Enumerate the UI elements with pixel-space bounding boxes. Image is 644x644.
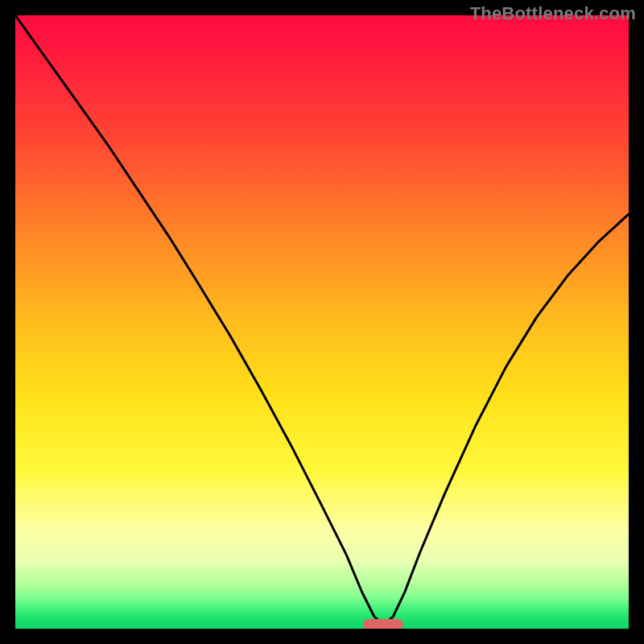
watermark-text: TheBottleneck.com (470, 3, 636, 24)
curve-svg (15, 15, 629, 629)
plot-area (15, 15, 629, 629)
minimum-marker (363, 619, 403, 629)
chart-frame: TheBottleneck.com (0, 0, 644, 644)
bottleneck-curve-path (15, 15, 629, 625)
